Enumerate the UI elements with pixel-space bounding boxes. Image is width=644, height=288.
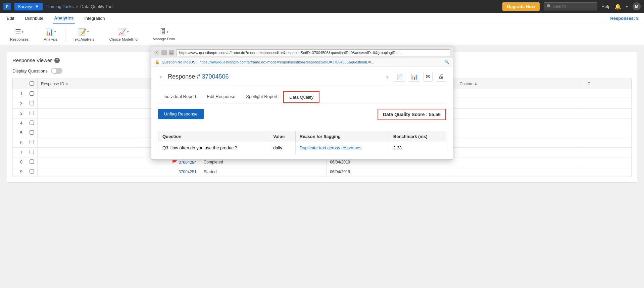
th-c: C <box>584 79 631 89</box>
row-c <box>584 148 631 157</box>
dq-th-benchmark: Benchmark (ms) <box>389 131 446 142</box>
display-questions-toggle[interactable] <box>51 68 62 74</box>
toolbar-choice-modelling[interactable]: 📈 ▾ Choice Modelling <box>105 27 142 43</box>
row-checkbox[interactable] <box>30 140 34 144</box>
sort-icon[interactable]: ⇅ <box>65 82 68 86</box>
browser-maximize-button[interactable]: □ <box>169 50 174 55</box>
breadcrumb-parent[interactable]: Training Tasks <box>46 4 74 9</box>
user-avatar[interactable]: M <box>633 2 641 10</box>
text-analysis-dropdown-arrow[interactable]: ▾ <box>87 30 89 34</box>
nav-item-distribute[interactable]: Distribute <box>23 13 45 24</box>
analysis-icon: 📊 <box>45 28 54 36</box>
row-checkbox-cell <box>26 118 38 128</box>
response-title: Response # 37004506 <box>168 73 380 80</box>
email-icon[interactable]: ✉ <box>424 72 433 82</box>
row-c <box>584 157 631 167</box>
response-viewer-title: Response Viewer <box>12 57 52 63</box>
toolbar-separator-3 <box>102 28 102 41</box>
row-checkbox[interactable] <box>30 91 34 96</box>
browser-address-bar: 🔒 QuestionPro Inc [US] | https://www.que… <box>151 58 453 66</box>
print-icon[interactable]: 🖨 <box>436 72 446 82</box>
nav-item-edit[interactable]: Edit <box>5 13 15 24</box>
dq-score-separator: : <box>426 112 429 117</box>
row-c <box>584 89 631 99</box>
th-checkbox <box>26 79 38 89</box>
tab-individual-report[interactable]: Individual Report <box>158 91 202 103</box>
row-number: 5 <box>13 128 26 138</box>
row-checkbox[interactable] <box>30 169 34 174</box>
responses-dropdown-arrow[interactable]: ▾ <box>22 30 23 34</box>
unflag-response-button[interactable]: Unflag Response <box>158 109 204 119</box>
response-nav: ‹ Response # 37004506 › 📄 📊 ✉ 🖨 <box>158 72 446 86</box>
text-analysis-label: Text Analysis <box>73 37 94 41</box>
row-number: 8 <box>13 157 26 167</box>
dq-table-row: Q3 How often do you use the product? dai… <box>158 142 446 154</box>
row-checkbox[interactable] <box>30 121 34 125</box>
download-pdf-icon[interactable]: 📄 <box>394 72 405 82</box>
upgrade-now-button[interactable]: Upgrade Now <box>502 2 540 11</box>
analysis-label: Analysis <box>44 37 58 41</box>
choice-modelling-dropdown-arrow[interactable]: ▾ <box>127 30 129 34</box>
manage-data-label: Manage Data <box>153 37 175 41</box>
browser-close-button[interactable]: ✕ <box>154 50 159 55</box>
flag-icon: 🚩 <box>172 159 178 165</box>
analysis-dropdown-arrow[interactable]: ▾ <box>54 30 56 34</box>
row-checkbox-cell <box>26 128 38 138</box>
browser-chrome-bar: ✕ — □ https://www.questionpro.com/a/fram… <box>151 47 453 58</box>
response-id-link[interactable]: 37004251 <box>179 170 196 174</box>
response-id-link[interactable]: 37004284 <box>179 160 196 165</box>
row-checkbox[interactable] <box>30 150 34 154</box>
row-custom4 <box>456 128 584 138</box>
dq-reason: Duplicate text across responses <box>295 142 389 154</box>
toolbar-analysis[interactable]: 📊 ▾ Analysis <box>39 27 62 43</box>
search-input[interactable] <box>553 4 594 9</box>
browser-url-bar[interactable]: https://www.questionpro.com/a/frame.do?m… <box>176 49 450 56</box>
th-num <box>13 79 26 89</box>
row-custom4 <box>456 167 584 177</box>
row-checkbox[interactable] <box>30 130 34 135</box>
main-content: Response Viewer ? Display Questions Resp… <box>0 45 644 288</box>
toolbar-text-analysis[interactable]: 📝 ▾ Text Analysis <box>68 27 99 43</box>
surveys-dropdown[interactable]: Surveys ▼ <box>14 3 43 10</box>
toolbar-responses[interactable]: ☰ ▾ Responses <box>5 27 33 43</box>
prev-response-button[interactable]: ‹ <box>158 73 164 81</box>
row-checkbox-cell <box>26 138 38 148</box>
dq-benchmark: 2.33 <box>389 142 446 154</box>
row-c <box>584 118 631 128</box>
dq-th-reason: Reason for flagging <box>295 131 389 142</box>
select-all-checkbox[interactable] <box>30 81 34 86</box>
tab-spotlight-report[interactable]: Spotlight Report <box>241 91 283 103</box>
help-tooltip-icon[interactable]: ? <box>54 58 60 63</box>
help-label[interactable]: Help <box>601 4 610 9</box>
row-custom4 <box>456 138 584 148</box>
choice-modelling-label: Choice Modelling <box>109 37 138 41</box>
tab-data-quality[interactable]: Data Quality <box>283 91 319 103</box>
row-checkbox[interactable] <box>30 159 34 164</box>
search-box[interactable]: 🔍 <box>544 2 597 10</box>
row-checkbox[interactable] <box>30 111 34 115</box>
row-custom4 <box>456 99 584 109</box>
tab-edit-response[interactable]: Edit Response <box>202 91 241 103</box>
nav-item-analytics[interactable]: Analytics <box>53 13 75 24</box>
next-response-button[interactable]: › <box>384 73 390 81</box>
dq-th-question: Question <box>158 131 269 142</box>
notification-chevron-icon[interactable]: ▼ <box>625 5 629 8</box>
toolbar-manage-data[interactable]: 🗄 ▾ Manage Data <box>148 27 180 42</box>
browser-minimize-button[interactable]: — <box>161 50 167 55</box>
row-checkbox[interactable] <box>30 101 34 105</box>
surveys-label: Surveys <box>18 4 34 9</box>
row-c <box>584 138 631 148</box>
address-search-icon[interactable]: 🔍 <box>444 60 449 64</box>
toolbar-separator-1 <box>36 28 36 41</box>
row-timestamp: 06/04/2019 <box>327 167 456 177</box>
row-checkbox-cell <box>26 148 38 157</box>
breadcrumb: Training Tasks > Data Quality Tool <box>46 4 113 9</box>
row-c <box>584 167 631 177</box>
row-number: 2 <box>13 99 26 109</box>
nav-item-integration[interactable]: Integration <box>83 13 106 24</box>
notification-bell-icon[interactable]: 🔔 <box>614 3 621 10</box>
manage-data-dropdown-arrow[interactable]: ▾ <box>167 30 168 34</box>
download-xls-icon[interactable]: 📊 <box>409 72 420 82</box>
dq-value: daily <box>269 142 296 154</box>
responses-count: Responses: 8 <box>610 16 639 21</box>
